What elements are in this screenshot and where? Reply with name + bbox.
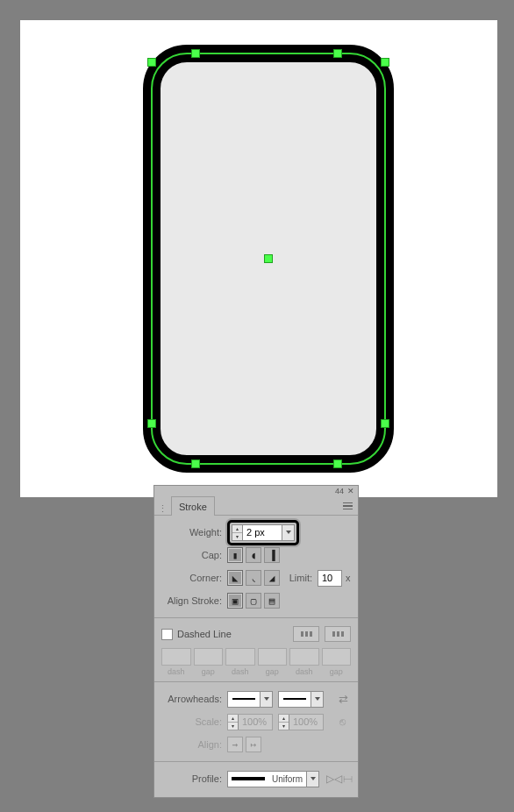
flip-across-icon[interactable]: ▷◁ <box>326 773 342 785</box>
swap-arrowheads-icon[interactable]: ⇄ <box>335 691 351 707</box>
canvas-svg[interactable] <box>20 20 497 497</box>
artboard[interactable] <box>20 20 497 497</box>
weight-label: Weight: <box>161 527 227 538</box>
scale-link-icon[interactable]: ⎋ <box>334 714 350 730</box>
dash-preset-a[interactable] <box>293 626 319 642</box>
scale-end-input[interactable] <box>289 715 323 730</box>
collapse-icon[interactable]: 44 <box>335 487 344 495</box>
limit-field[interactable] <box>318 570 342 587</box>
panel-tabbar: ⋮ Stroke <box>154 496 358 516</box>
panel-menu-icon[interactable] <box>340 499 354 513</box>
close-icon[interactable]: ✕ <box>347 487 354 495</box>
cap-round[interactable]: ◖ <box>246 547 261 563</box>
cap-label: Cap: <box>161 550 227 560</box>
scale-start-input[interactable] <box>239 715 272 730</box>
arrowheads-label: Arrowheads: <box>161 694 227 704</box>
weight-input[interactable] <box>243 525 282 540</box>
profile-combo[interactable]: Uniform <box>227 771 319 787</box>
limit-label: Limit: <box>282 573 318 583</box>
handle-ne[interactable] <box>382 59 389 66</box>
scale-label: Scale: <box>161 716 227 727</box>
gap-2[interactable] <box>258 648 288 666</box>
dashed-label: Dashed Line <box>177 629 232 639</box>
corner-label: Corner: <box>161 573 227 583</box>
cap-gap-3: gap <box>322 667 352 676</box>
arrow-align-b[interactable]: ↦ <box>246 737 261 752</box>
stroke-panel: 44 ✕ ⋮ Stroke Weight: ▴▾ <box>153 485 359 798</box>
handle-s1[interactable] <box>192 460 199 467</box>
handle-s2[interactable] <box>334 460 341 467</box>
handle-e[interactable] <box>382 420 389 427</box>
cap-dash-2: dash <box>225 667 255 676</box>
align-arrow-label: Align: <box>161 739 227 750</box>
align-outside[interactable]: ▤ <box>264 593 280 609</box>
arrow-align-a[interactable]: → <box>227 737 243 752</box>
tab-stroke-label: Stroke <box>179 502 207 512</box>
corner-miter[interactable]: ◣ <box>227 570 243 586</box>
cap-dash-1: dash <box>161 667 191 676</box>
limit-unit: x <box>342 573 351 583</box>
arrowhead-start[interactable] <box>227 691 273 708</box>
flip-along-icon[interactable]: ⌶ <box>342 776 354 782</box>
profile-value: Uniform <box>268 774 306 784</box>
gap-1[interactable] <box>194 648 224 666</box>
cap-butt[interactable]: ▮ <box>227 547 243 563</box>
cap-dash-3: dash <box>289 667 319 676</box>
dash-grid <box>161 648 351 666</box>
arrowhead-end[interactable] <box>278 691 324 708</box>
limit-input[interactable] <box>318 571 341 586</box>
cap-gap-2: gap <box>258 667 288 676</box>
handle-center[interactable] <box>265 255 272 262</box>
dash-1[interactable] <box>161 648 191 666</box>
handle-w[interactable] <box>148 420 155 427</box>
profile-label: Profile: <box>161 773 227 784</box>
handle-n2[interactable] <box>334 50 341 57</box>
tab-stroke[interactable]: Stroke <box>171 496 215 516</box>
dash-preset-b[interactable] <box>325 626 351 642</box>
scale-end[interactable]: ▴▾ <box>278 714 324 730</box>
corner-round[interactable]: ◟ <box>246 570 261 586</box>
handle-n1[interactable] <box>192 50 199 57</box>
corner-bevel[interactable]: ◢ <box>264 570 280 586</box>
weight-highlight: ▴▾ <box>227 520 299 545</box>
align-inside[interactable]: ▢ <box>246 593 261 609</box>
dash-3[interactable] <box>289 648 319 666</box>
dashed-checkbox[interactable] <box>161 629 173 640</box>
align-stroke-label: Align Stroke: <box>161 595 227 606</box>
weight-stepper[interactable]: ▴▾ <box>232 525 243 540</box>
align-center[interactable]: ▣ <box>227 593 243 609</box>
grip-icon[interactable]: ⋮ <box>154 503 171 515</box>
handle-nw[interactable] <box>148 59 155 66</box>
weight-combo[interactable]: ▴▾ <box>232 524 295 541</box>
gap-3[interactable] <box>322 648 352 666</box>
weight-caret[interactable] <box>282 525 294 540</box>
dash-2[interactable] <box>225 648 255 666</box>
cap-projecting[interactable]: ▐ <box>264 547 280 563</box>
scale-start[interactable]: ▴▾ <box>227 714 273 730</box>
cap-gap-1: gap <box>194 667 224 676</box>
